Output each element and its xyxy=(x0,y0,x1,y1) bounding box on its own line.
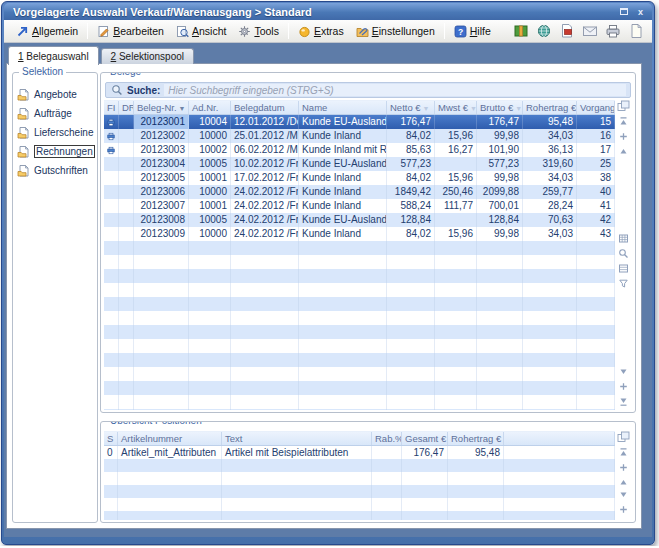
add-row-button[interactable] xyxy=(617,380,630,392)
columns-button[interactable] xyxy=(617,263,630,275)
cell-rohertrag: 319,60 xyxy=(523,157,577,171)
add-row-button[interactable] xyxy=(617,503,630,515)
menu-item-ansicht[interactable]: Ansicht xyxy=(170,23,232,40)
column-header-text[interactable]: Text xyxy=(222,432,372,445)
column-header-filler[interactable] xyxy=(504,432,615,445)
move-up-button[interactable] xyxy=(617,476,630,488)
column-chooser-button[interactable] xyxy=(617,431,630,443)
column-header-belegnr[interactable]: Beleg-Nr. ▼ xyxy=(134,101,189,114)
cell-name xyxy=(299,311,387,325)
edit-icon xyxy=(97,25,110,38)
application-window: Vorgelagerte Auswahl Verkauf/Warenausgan… xyxy=(1,1,655,545)
menu-item-bearbeiten[interactable]: Bearbeiten xyxy=(91,23,170,40)
move-up-button[interactable] xyxy=(617,145,630,157)
column-header-mwst[interactable]: Mwst € ▼ xyxy=(435,101,477,114)
column-header-datum[interactable]: Belegdatum xyxy=(231,101,299,114)
cell-rohertrag xyxy=(523,409,577,410)
cell-filler xyxy=(504,498,615,511)
column-header-brutto[interactable]: Brutto € ▼ xyxy=(477,101,523,114)
cell-rohertrag xyxy=(523,297,577,311)
sidebar-item-angebote[interactable]: Angebote xyxy=(17,85,95,104)
column-header-gesamt[interactable]: Gesamt € xyxy=(402,432,448,445)
cell-datum xyxy=(231,255,299,269)
table-row[interactable]: 0Artikel_mit_AttributenArtikel mit Beisp… xyxy=(104,446,615,459)
cell-vorgang xyxy=(577,311,615,325)
sidebar-item-aufträge[interactable]: Aufträge xyxy=(17,104,95,123)
menu-item-hilfe[interactable]: ?Hilfe xyxy=(448,23,497,40)
grid-view-button[interactable] xyxy=(617,233,630,245)
column-header-netto[interactable]: Netto € ▼ xyxy=(387,101,435,114)
column-header-fi[interactable]: FI xyxy=(104,101,119,114)
cell-dr xyxy=(119,213,134,227)
column-header-dr[interactable]: DR xyxy=(119,101,134,114)
close-button[interactable]: x xyxy=(633,5,648,18)
search-input[interactable] xyxy=(164,84,626,96)
menu-item-allgemein[interactable]: Allgemein xyxy=(10,23,84,40)
cell-adnr: 10005 xyxy=(189,213,231,227)
search-button[interactable] xyxy=(617,248,630,260)
cell-datum xyxy=(231,325,299,339)
column-header-name[interactable]: Name xyxy=(299,101,387,114)
column-header-adnr[interactable]: Ad.Nr. xyxy=(189,101,231,114)
filter-button[interactable] xyxy=(617,278,630,290)
column-chooser-button[interactable] xyxy=(617,100,630,112)
sidebar-item-rechnungen[interactable]: Rechnungen xyxy=(17,142,95,161)
pdf-button[interactable] xyxy=(557,22,577,41)
tab-selektionspool[interactable]: 2 Selektionspool xyxy=(101,48,194,64)
newdoc-button[interactable] xyxy=(626,22,646,41)
email-button[interactable] xyxy=(580,22,600,41)
sidebar-item-label: Lieferscheine xyxy=(34,127,93,138)
title-bar[interactable]: Vorgelagerte Auswahl Verkauf/Warenausgan… xyxy=(4,3,652,20)
cell-datum: 24.02.2012 /Fr xyxy=(231,213,299,227)
menu-item-extras[interactable]: Extras xyxy=(292,23,350,40)
sidebar-item-lieferscheine[interactable]: Lieferscheine xyxy=(17,123,95,142)
insert-row-button[interactable] xyxy=(617,130,630,142)
tab-belegauswahl[interactable]: 1 Belegauswahl xyxy=(8,46,99,65)
menu-item-einstellungen[interactable]: Einstellungen xyxy=(350,23,441,40)
table-row[interactable]: 201230011000412.01.2012 /DoKunde EU-Ausl… xyxy=(104,115,615,129)
cell-rohertrag xyxy=(523,255,577,269)
cell-fi xyxy=(104,171,119,185)
sidebar-item-gutschriften[interactable]: Gutschriften xyxy=(17,161,95,180)
table-row[interactable]: 201230031000206.02.2012 /MoKunde Inland … xyxy=(104,143,615,157)
scroll-first-button[interactable] xyxy=(617,446,630,458)
globe-button[interactable] xyxy=(534,22,554,41)
cell-rohertrag xyxy=(448,485,504,498)
table-row[interactable]: 201230021000025.01.2012 /MiKunde Inland8… xyxy=(104,129,615,143)
column-header-rohertrag[interactable]: Rohertrag € xyxy=(448,432,504,445)
cell-rohertrag xyxy=(523,395,577,409)
table-row[interactable]: 201230051000117.02.2012 /FrKunde Inland8… xyxy=(104,171,615,185)
table-header-row: FIDRBeleg-Nr. ▼Ad.Nr.BelegdatumNameNetto… xyxy=(104,100,615,115)
move-down-button[interactable] xyxy=(617,488,630,500)
column-header-rab[interactable]: Rab.% xyxy=(372,432,402,445)
scroll-first-button[interactable] xyxy=(617,115,630,127)
cell-name xyxy=(299,255,387,269)
column-header-rohertrag[interactable]: Rohertrag € ▼ xyxy=(523,101,577,114)
cell-mwst xyxy=(435,367,477,381)
move-down-button[interactable] xyxy=(617,365,630,377)
cell-dr xyxy=(119,381,134,395)
cell-mwst xyxy=(435,339,477,353)
table-row[interactable]: 201230071000124.02.2012 /FrKunde Inland5… xyxy=(104,199,615,213)
column-header-s[interactable]: S xyxy=(104,432,118,445)
cell-mwst xyxy=(435,297,477,311)
menu-item-tools[interactable]: Tools xyxy=(232,23,285,40)
cell-fi xyxy=(104,185,119,199)
table-row[interactable]: 201230081000524.02.2012 /FrKunde EU-Ausl… xyxy=(104,213,615,227)
restore-button[interactable] xyxy=(616,5,631,18)
table-row[interactable]: 201230091000024.02.2012 /FrKunde Inland8… xyxy=(104,227,615,241)
sidebar-item-label: Angebote xyxy=(34,89,77,100)
print-button[interactable] xyxy=(603,22,623,41)
filler-row xyxy=(104,339,615,353)
column-header-vorgang[interactable]: Vorgang xyxy=(577,101,615,114)
cell-fi xyxy=(104,241,119,255)
filter-icon xyxy=(618,278,629,289)
cell-fi xyxy=(104,255,119,269)
table-row[interactable]: 201230041000510.02.2012 /FrKunde EU-Ausl… xyxy=(104,157,615,171)
package-button[interactable] xyxy=(511,22,531,41)
table-row[interactable]: 201230061000024.02.2012 /FrKunde Inland1… xyxy=(104,185,615,199)
column-header-artikelnummer[interactable]: Artikelnummer xyxy=(118,432,222,445)
scroll-last-button[interactable] xyxy=(617,518,630,520)
scroll-last-button[interactable] xyxy=(617,395,630,407)
insert-row-button[interactable] xyxy=(617,461,630,473)
